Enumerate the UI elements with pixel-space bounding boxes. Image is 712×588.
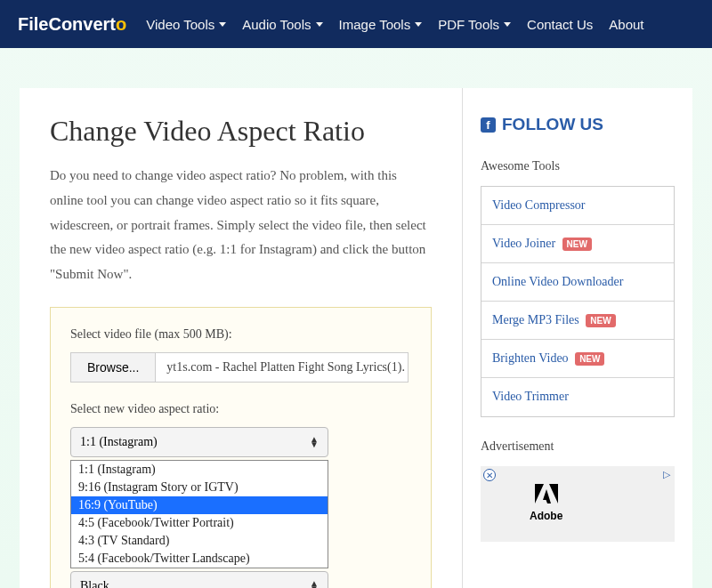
nav-label: Image Tools bbox=[339, 17, 411, 32]
chevron-down-icon bbox=[415, 22, 422, 27]
ratio-select-wrap: 1:1 (Instagram) ▲▼ 1:1 (Instagram)9:16 (… bbox=[70, 427, 328, 457]
nav-item-about[interactable]: About bbox=[609, 17, 643, 32]
ratio-option[interactable]: 4:5 (Facebook/Twitter Portrait) bbox=[71, 514, 328, 532]
brand-logo[interactable]: FileConverto bbox=[18, 14, 126, 35]
tool-link[interactable]: Brighten Video NEW bbox=[481, 340, 674, 378]
chevron-down-icon bbox=[504, 22, 511, 27]
brand-accent: o bbox=[116, 14, 126, 34]
tool-label: Video Compressor bbox=[492, 198, 586, 212]
page-container: Change Video Aspect Ratio Do you need to… bbox=[0, 48, 712, 588]
chevron-down-icon bbox=[219, 22, 226, 27]
ratio-option[interactable]: 4:3 (TV Standard) bbox=[71, 532, 328, 550]
tool-link[interactable]: Video Trimmer bbox=[481, 378, 674, 415]
ad-close-icon[interactable]: ✕ bbox=[483, 469, 496, 481]
ad-box[interactable]: ✕ ▷ Adobe bbox=[481, 466, 675, 542]
intro-text: Do you need to change video aspect ratio… bbox=[50, 164, 432, 287]
nav-item-image-tools[interactable]: Image Tools bbox=[339, 17, 423, 32]
file-name-display: yt1s.com - Rachel Platten Fight Song Lyr… bbox=[156, 353, 408, 382]
ratio-option[interactable]: 9:16 (Instagram Story or IGTV) bbox=[71, 479, 328, 496]
ratio-option[interactable]: 1:1 (Instagram) bbox=[71, 461, 328, 479]
tools-list[interactable]: Video CompressorVideo Joiner NEWOnline V… bbox=[481, 186, 675, 417]
tools-header: Awesome Tools bbox=[481, 159, 675, 173]
pad-selected-value: Black bbox=[80, 579, 109, 588]
ad-header: Advertisement bbox=[481, 439, 675, 454]
tool-label: Video Trimmer bbox=[492, 390, 569, 403]
nav-label: Contact Us bbox=[527, 17, 593, 32]
file-label: Select video file (max 500 MB): bbox=[70, 327, 411, 342]
tool-label: Video Joiner bbox=[492, 237, 555, 250]
tool-link[interactable]: Merge MP3 Files NEW bbox=[481, 302, 674, 340]
navbar: FileConverto Video ToolsAudio ToolsImage… bbox=[0, 0, 712, 48]
browse-button[interactable]: Browse... bbox=[71, 353, 156, 382]
new-badge: NEW bbox=[562, 238, 592, 251]
main-column: Change Video Aspect Ratio Do you need to… bbox=[20, 88, 463, 588]
ratio-label: Select new video aspect ratio: bbox=[70, 402, 411, 416]
adobe-ad: Adobe bbox=[530, 482, 562, 522]
follow-text: FOLLOW US bbox=[502, 115, 603, 134]
tool-label: Merge MP3 Files bbox=[492, 313, 579, 326]
nav-menu: Video ToolsAudio ToolsImage ToolsPDF Too… bbox=[146, 17, 643, 32]
adchoices-icon[interactable]: ▷ bbox=[663, 469, 670, 480]
ratio-select[interactable]: 1:1 (Instagram) ▲▼ bbox=[70, 427, 328, 457]
nav-label: About bbox=[609, 17, 643, 32]
ratio-dropdown: 1:1 (Instagram)9:16 (Instagram Story or … bbox=[70, 460, 328, 568]
tool-link[interactable]: Video Joiner NEW bbox=[481, 225, 674, 263]
tool-link[interactable]: Online Video Downloader bbox=[481, 263, 674, 302]
ratio-option[interactable]: 5:4 (Facebook/Twitter Landscape) bbox=[71, 550, 328, 568]
nav-label: Audio Tools bbox=[242, 17, 311, 32]
nav-item-pdf-tools[interactable]: PDF Tools bbox=[438, 17, 511, 32]
chevron-down-icon bbox=[316, 22, 323, 27]
sidebar: f FOLLOW US Awesome Tools Video Compress… bbox=[463, 88, 692, 588]
pad-select[interactable]: Black ▲▼ bbox=[70, 571, 328, 588]
tool-label: Brighten Video bbox=[492, 351, 569, 365]
select-arrows-icon: ▲▼ bbox=[310, 581, 319, 588]
new-badge: NEW bbox=[586, 314, 615, 327]
tool-label: Online Video Downloader bbox=[492, 275, 623, 288]
ratio-selected-value: 1:1 (Instagram) bbox=[80, 435, 158, 448]
ad-section: Advertisement ✕ ▷ Adobe bbox=[481, 439, 675, 542]
follow-header[interactable]: f FOLLOW US bbox=[481, 115, 675, 134]
ratio-option[interactable]: 16:9 (YouTube) bbox=[71, 496, 328, 514]
nav-item-video-tools[interactable]: Video Tools bbox=[146, 17, 226, 32]
facebook-icon: f bbox=[481, 117, 496, 133]
tool-link[interactable]: Video Compressor bbox=[481, 187, 674, 225]
adobe-label: Adobe bbox=[530, 510, 562, 522]
nav-item-audio-tools[interactable]: Audio Tools bbox=[242, 17, 322, 32]
select-arrows-icon: ▲▼ bbox=[310, 437, 319, 447]
new-badge: NEW bbox=[575, 352, 604, 366]
nav-item-contact-us[interactable]: Contact Us bbox=[527, 17, 593, 32]
file-input-row: Browse... yt1s.com - Rachel Platten Figh… bbox=[70, 352, 409, 383]
page-title: Change Video Aspect Ratio bbox=[50, 115, 432, 148]
adobe-logo-icon bbox=[530, 482, 562, 510]
form-panel: Select video file (max 500 MB): Browse..… bbox=[50, 307, 432, 588]
pad-select-wrap: Black ▲▼ bbox=[70, 571, 328, 588]
brand-prefix: FileConvert bbox=[18, 14, 116, 34]
nav-label: Video Tools bbox=[146, 17, 214, 32]
nav-label: PDF Tools bbox=[438, 17, 499, 32]
